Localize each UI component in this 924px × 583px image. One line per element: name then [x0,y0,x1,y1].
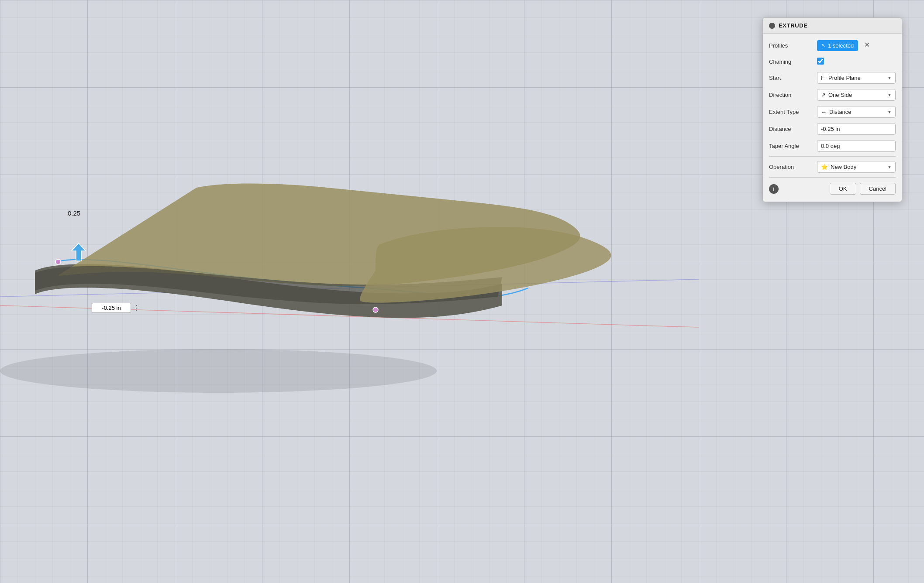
direction-row: Direction ↗ One Side ▼ [763,86,902,103]
operation-select-text: ⭐ New Body [821,164,856,170]
extent-type-chevron-icon: ▼ [887,110,892,114]
extent-type-row: Extent Type ↔ Distance ▼ [763,103,902,120]
operation-control: ⭐ New Body ▼ [817,161,896,173]
extrude-panel: EXTRUDE Profiles ↖ 1 selected ✕ Chaining… [762,17,902,202]
extent-type-control: ↔ Distance ▼ [817,106,896,118]
taper-angle-row: Taper Angle [763,137,902,154]
direction-label: Direction [769,92,817,98]
extent-type-select-text: ↔ Distance [821,109,852,115]
start-row: Start ⊢ Profile Plane ▼ [763,69,902,86]
drag-handle[interactable] [69,242,86,260]
taper-angle-control [817,140,896,152]
extent-type-dropdown[interactable]: ↔ Distance ▼ [817,106,896,118]
svg-point-6 [373,307,378,312]
operation-value: New Body [831,164,856,170]
operation-row: Operation ⭐ New Body ▼ [763,158,902,175]
panel-actions: i OK Cancel [763,179,902,198]
dimension-label: 0.25 [68,209,80,217]
direction-select-text: ↗ One Side [821,92,852,98]
direction-icon: ↗ [821,92,826,98]
svg-line-3 [0,279,699,297]
panel-title: EXTRUDE [779,22,808,29]
direction-chevron-icon: ▼ [887,93,892,97]
measurement-more-btn[interactable]: ⋮ [133,304,140,312]
panel-body: Profiles ↖ 1 selected ✕ Chaining Start [763,34,902,202]
info-icon: i [773,185,775,192]
distance-row: Distance [763,120,902,137]
ok-button[interactable]: OK [830,183,856,195]
profiles-control: ↖ 1 selected ✕ [817,40,896,51]
distance-label: Distance [769,126,817,132]
panel-header-icon [769,23,775,29]
3d-shape [0,184,611,393]
operation-icon: ⭐ [821,164,828,170]
profiles-clear-button[interactable]: ✕ [862,40,872,50]
profiles-selected-text: 1 selected [828,42,854,49]
inline-measurement[interactable]: ⋮ [92,303,140,313]
chaining-label: Chaining [769,58,817,65]
direction-value: One Side [828,92,852,98]
panel-divider-1 [769,156,896,157]
start-icon: ⊢ [821,75,826,81]
chaining-control [817,58,896,66]
profiles-selected-button[interactable]: ↖ 1 selected [817,40,858,51]
distance-input[interactable] [817,123,896,135]
start-dropdown[interactable]: ⊢ Profile Plane ▼ [817,72,896,84]
direction-dropdown[interactable]: ↗ One Side ▼ [817,89,896,101]
start-control: ⊢ Profile Plane ▼ [817,72,896,84]
distance-control [817,123,896,135]
extent-type-icon: ↔ [821,109,827,115]
taper-angle-input[interactable] [817,140,896,152]
operation-chevron-icon: ▼ [887,165,892,169]
svg-point-5 [55,259,61,264]
extent-type-value: Distance [829,109,852,115]
taper-angle-label: Taper Angle [769,143,817,149]
cursor-icon: ↖ [821,43,825,48]
extent-type-label: Extent Type [769,109,817,115]
profiles-row: Profiles ↖ 1 selected ✕ [763,37,902,54]
start-label: Start [769,75,817,81]
inline-distance-input[interactable] [92,303,131,313]
direction-control: ↗ One Side ▼ [817,89,896,101]
chaining-checkbox[interactable] [817,58,824,65]
svg-marker-7 [72,243,86,261]
svg-point-4 [0,349,437,393]
start-chevron-icon: ▼ [887,75,892,80]
panel-header: EXTRUDE [763,18,902,34]
info-button[interactable]: i [769,184,779,194]
cancel-button[interactable]: Cancel [860,183,896,195]
start-value: Profile Plane [828,75,861,81]
operation-dropdown[interactable]: ⭐ New Body ▼ [817,161,896,173]
profiles-label: Profiles [769,42,817,49]
start-select-text: ⊢ Profile Plane [821,75,861,81]
operation-label: Operation [769,164,817,170]
panel-divider-2 [769,177,896,178]
chaining-row: Chaining [763,54,902,69]
